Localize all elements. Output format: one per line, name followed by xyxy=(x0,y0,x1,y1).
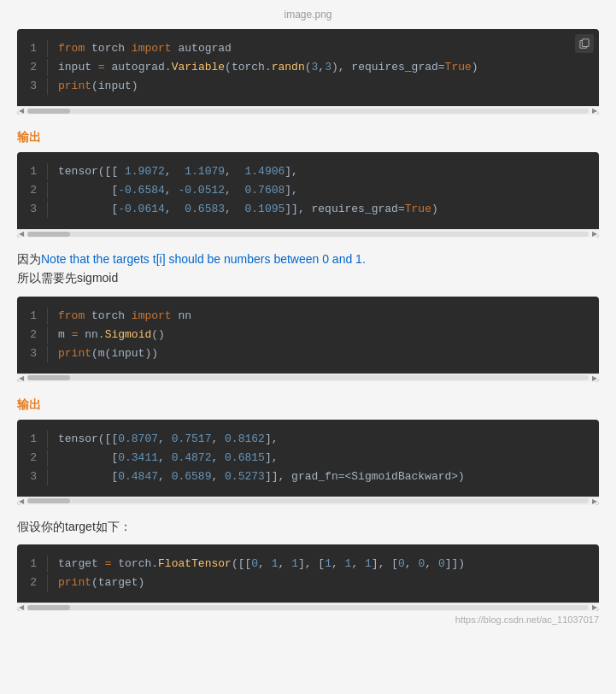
code-line: 2 m = nn.Sigmoid() xyxy=(17,326,599,344)
code-block-5: 1 target = torch.FloatTensor([[0, 1, 1],… xyxy=(17,544,599,611)
scroll-right-arrow[interactable]: ▶ xyxy=(590,107,599,115)
prose-text-2: 假设你的target如下： xyxy=(17,517,599,536)
scroll-left-arrow[interactable]: ◀ xyxy=(17,497,26,505)
code-line: 2 [0.3411, 0.4872, 0.6815], xyxy=(17,449,599,468)
scroll-left-arrow[interactable]: ◀ xyxy=(17,107,26,115)
code-line: 3 [0.4847, 0.6589, 0.5273]], grad_fn=<Si… xyxy=(17,468,599,486)
code-line: 3 print(input) xyxy=(17,77,599,96)
code-line: 2 print(target) xyxy=(17,573,599,592)
scroll-thumb[interactable] xyxy=(27,232,70,237)
watermark: https://blog.csdn.net/ac_11037017 xyxy=(17,615,599,625)
code-line: 1 target = torch.FloatTensor([[0, 1, 1],… xyxy=(17,555,599,573)
scrollbar-1[interactable]: ◀ ▶ xyxy=(17,106,599,115)
code-line: 1 tensor([[0.8707, 0.7517, 0.8162], xyxy=(17,430,599,449)
svg-rect-1 xyxy=(582,39,589,47)
code-block-3: 1 from torch import nn 2 m = nn.Sigmoid(… xyxy=(17,297,599,382)
scrollbar-3[interactable]: ◀ ▶ xyxy=(17,373,599,382)
scroll-left-arrow[interactable]: ◀ xyxy=(17,373,26,382)
code-block-1: 1 from torch import autograd 2 input = a… xyxy=(17,29,599,115)
code-line: 2 input = autograd.Variable(torch.randn(… xyxy=(17,58,599,77)
scroll-thumb[interactable] xyxy=(27,498,70,503)
highlight-text-1: Note that the targets t[i] should be num… xyxy=(41,252,366,266)
scroll-right-arrow[interactable]: ▶ xyxy=(590,373,599,382)
code-line: 2 [-0.6584, -0.0512, 0.7608], xyxy=(17,181,599,200)
scroll-right-arrow[interactable]: ▶ xyxy=(590,497,599,505)
section-label-2: 输出 xyxy=(17,397,599,413)
scroll-track[interactable] xyxy=(27,375,589,380)
code-line: 3 print(m(input)) xyxy=(17,344,599,363)
copy-button-1[interactable] xyxy=(575,34,594,53)
scrollbar-4[interactable]: ◀ ▶ xyxy=(17,497,599,505)
scroll-track[interactable] xyxy=(27,109,589,114)
code-line: 1 tensor([[ 1.9072, 1.1079, 1.4906], xyxy=(17,162,599,181)
code-line: 1 from torch import autograd xyxy=(17,39,599,58)
image-title: image.png xyxy=(17,9,599,21)
code-line: 1 from torch import nn xyxy=(17,307,599,326)
code-line: 3 [-0.0614, 0.6583, 0.1095]], requires_g… xyxy=(17,200,599,219)
scroll-left-arrow[interactable]: ◀ xyxy=(17,230,26,238)
scroll-track[interactable] xyxy=(27,232,589,237)
scrollbar-5[interactable]: ◀ ▶ xyxy=(17,603,599,611)
scroll-left-arrow[interactable]: ◀ xyxy=(17,603,26,612)
scrollbar-2[interactable]: ◀ ▶ xyxy=(17,229,599,238)
scroll-track[interactable] xyxy=(27,605,589,610)
code-block-2: 1 tensor([[ 1.9072, 1.1079, 1.4906], 2 [… xyxy=(17,152,599,238)
scroll-right-arrow[interactable]: ▶ xyxy=(590,230,599,238)
prose-text-1: 因为Note that the targets t[i] should be n… xyxy=(17,250,599,288)
code-block-4: 1 tensor([[0.8707, 0.7517, 0.8162], 2 [0… xyxy=(17,420,599,505)
scroll-thumb[interactable] xyxy=(27,375,70,380)
scroll-thumb[interactable] xyxy=(27,109,70,114)
scroll-right-arrow[interactable]: ▶ xyxy=(590,603,599,612)
scroll-thumb[interactable] xyxy=(27,605,70,610)
scroll-track[interactable] xyxy=(27,498,589,503)
prose-continued-1: 所以需要先sigmoid xyxy=(17,271,118,285)
section-label-1: 输出 xyxy=(17,130,599,145)
